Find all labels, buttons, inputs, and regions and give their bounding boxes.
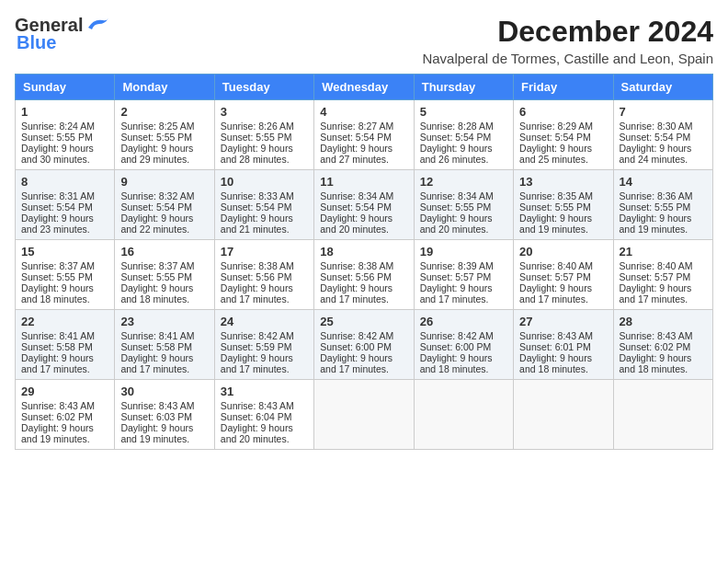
sunrise-text: Sunrise: 8:24 AM (21, 121, 95, 132)
sunrise-text: Sunrise: 8:43 AM (519, 330, 593, 341)
sunrise-text: Sunrise: 8:34 AM (320, 190, 393, 201)
day-number: 20 (519, 245, 607, 259)
daylight-text: Daylight: 9 hours and 17 minutes. (21, 352, 94, 374)
sunrise-text: Sunrise: 8:43 AM (221, 400, 294, 411)
calendar-cell: 28Sunrise: 8:43 AMSunset: 6:02 PMDayligh… (613, 310, 712, 380)
day-number: 30 (120, 385, 208, 398)
week-row-4: 22Sunrise: 8:41 AMSunset: 5:58 PMDayligh… (16, 310, 713, 380)
sunset-text: Sunset: 5:54 PM (420, 132, 492, 143)
calendar-cell: 1Sunrise: 8:24 AMSunset: 5:55 PMDaylight… (16, 100, 115, 170)
daylight-text: Daylight: 9 hours and 20 minutes. (320, 213, 392, 235)
daylight-text: Daylight: 9 hours and 17 minutes. (221, 352, 293, 374)
week-row-1: 1Sunrise: 8:24 AMSunset: 5:55 PMDaylight… (16, 100, 713, 170)
day-number: 11 (320, 175, 407, 189)
day-number: 31 (221, 385, 308, 398)
day-number: 24 (221, 315, 308, 328)
day-number: 8 (21, 175, 108, 189)
calendar-cell: 30Sunrise: 8:43 AMSunset: 6:03 PMDayligh… (115, 380, 214, 450)
sunrise-text: Sunrise: 8:40 AM (519, 260, 593, 271)
daylight-text: Daylight: 9 hours and 17 minutes. (320, 282, 392, 304)
sunrise-text: Sunrise: 8:37 AM (120, 260, 194, 271)
calendar-cell: 24Sunrise: 8:42 AMSunset: 5:59 PMDayligh… (214, 310, 313, 380)
dow-thursday: Thursday (414, 75, 513, 100)
sunset-text: Sunset: 5:54 PM (320, 201, 392, 213)
sunset-text: Sunset: 5:55 PM (21, 132, 93, 143)
calendar-cell: 25Sunrise: 8:42 AMSunset: 6:00 PMDayligh… (314, 310, 414, 380)
daylight-text: Daylight: 9 hours and 26 minutes. (420, 143, 493, 165)
sunrise-text: Sunrise: 8:36 AM (620, 190, 693, 201)
day-number: 13 (519, 175, 607, 189)
calendar-cell: 13Sunrise: 8:35 AMSunset: 5:55 PMDayligh… (514, 170, 613, 240)
day-number: 29 (21, 385, 108, 398)
logo: General Blue (15, 15, 110, 53)
calendar-cell: 17Sunrise: 8:38 AMSunset: 5:56 PMDayligh… (214, 240, 313, 310)
dow-monday: Monday (115, 75, 214, 100)
sunset-text: Sunset: 5:56 PM (221, 271, 292, 282)
sunset-text: Sunset: 6:02 PM (21, 411, 93, 422)
sunset-text: Sunset: 5:55 PM (620, 201, 691, 213)
sunrise-text: Sunrise: 8:28 AM (420, 121, 494, 132)
sunrise-text: Sunrise: 8:25 AM (120, 121, 194, 132)
day-number: 3 (221, 105, 308, 119)
sunset-text: Sunset: 6:02 PM (620, 341, 691, 352)
calendar-cell (514, 380, 613, 450)
sunrise-text: Sunrise: 8:40 AM (620, 260, 693, 271)
day-number: 23 (120, 315, 208, 328)
sunrise-text: Sunrise: 8:43 AM (620, 330, 693, 341)
day-number: 19 (420, 245, 507, 259)
logo-text-blue: Blue (17, 32, 56, 53)
daylight-text: Daylight: 9 hours and 23 minutes. (21, 213, 94, 235)
logo-bird-icon (85, 15, 110, 33)
week-row-2: 8Sunrise: 8:31 AMSunset: 5:54 PMDaylight… (16, 170, 713, 240)
day-number: 18 (320, 245, 407, 259)
sunrise-text: Sunrise: 8:42 AM (320, 330, 393, 341)
daylight-text: Daylight: 9 hours and 19 minutes. (21, 422, 94, 444)
week-row-3: 15Sunrise: 8:37 AMSunset: 5:55 PMDayligh… (16, 240, 713, 310)
sunrise-text: Sunrise: 8:26 AM (221, 121, 294, 132)
day-number: 25 (320, 315, 407, 328)
day-number: 10 (221, 175, 308, 189)
calendar-cell: 5Sunrise: 8:28 AMSunset: 5:54 PMDaylight… (414, 100, 513, 170)
sunset-text: Sunset: 5:55 PM (420, 201, 492, 213)
sunset-text: Sunset: 5:54 PM (120, 201, 192, 213)
calendar-cell: 11Sunrise: 8:34 AMSunset: 5:54 PMDayligh… (314, 170, 414, 240)
sunset-text: Sunset: 5:59 PM (221, 341, 292, 352)
sunrise-text: Sunrise: 8:32 AM (120, 190, 194, 201)
calendar-cell: 6Sunrise: 8:29 AMSunset: 5:54 PMDaylight… (514, 100, 613, 170)
daylight-text: Daylight: 9 hours and 18 minutes. (519, 352, 592, 374)
daylight-text: Daylight: 9 hours and 18 minutes. (420, 352, 493, 374)
day-number: 12 (420, 175, 507, 189)
sunrise-text: Sunrise: 8:42 AM (420, 330, 494, 341)
sunset-text: Sunset: 6:01 PM (519, 341, 591, 352)
sunset-text: Sunset: 5:58 PM (120, 341, 192, 352)
day-number: 6 (519, 105, 607, 119)
daylight-text: Daylight: 9 hours and 18 minutes. (120, 282, 193, 304)
day-number: 21 (620, 245, 707, 259)
day-number: 15 (21, 245, 108, 259)
daylight-text: Daylight: 9 hours and 20 minutes. (221, 422, 293, 444)
sunrise-text: Sunrise: 8:27 AM (320, 121, 393, 132)
dow-friday: Friday (514, 75, 613, 100)
day-number: 4 (320, 105, 407, 119)
sunset-text: Sunset: 5:55 PM (519, 201, 591, 213)
daylight-text: Daylight: 9 hours and 17 minutes. (221, 282, 293, 304)
daylight-text: Daylight: 9 hours and 22 minutes. (120, 213, 193, 235)
calendar-cell: 8Sunrise: 8:31 AMSunset: 5:54 PMDaylight… (16, 170, 115, 240)
sunset-text: Sunset: 5:57 PM (620, 271, 691, 282)
calendar-cell: 29Sunrise: 8:43 AMSunset: 6:02 PMDayligh… (16, 380, 115, 450)
daylight-text: Daylight: 9 hours and 19 minutes. (519, 213, 592, 235)
day-number: 5 (420, 105, 507, 119)
page-title: December 2024 (422, 15, 713, 49)
sunset-text: Sunset: 5:55 PM (221, 132, 292, 143)
calendar-cell: 10Sunrise: 8:33 AMSunset: 5:54 PMDayligh… (214, 170, 313, 240)
calendar-cell: 3Sunrise: 8:26 AMSunset: 5:55 PMDaylight… (214, 100, 313, 170)
dow-sunday: Sunday (16, 75, 115, 100)
page-subtitle: Navalperal de Tormes, Castille and Leon,… (422, 51, 713, 66)
sunset-text: Sunset: 5:57 PM (420, 271, 492, 282)
dow-saturday: Saturday (613, 75, 712, 100)
sunset-text: Sunset: 5:54 PM (221, 201, 292, 213)
calendar-cell: 20Sunrise: 8:40 AMSunset: 5:57 PMDayligh… (514, 240, 613, 310)
sunset-text: Sunset: 6:00 PM (420, 341, 492, 352)
calendar-body: 1Sunrise: 8:24 AMSunset: 5:55 PMDaylight… (16, 100, 713, 450)
sunrise-text: Sunrise: 8:42 AM (221, 330, 294, 341)
